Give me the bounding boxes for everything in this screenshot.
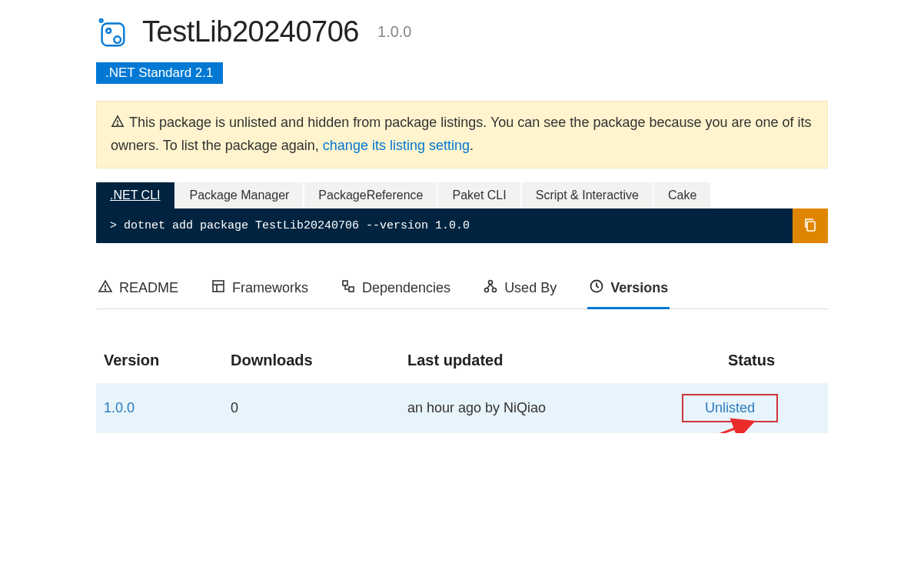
versions-icon (589, 278, 604, 298)
col-version: Version (96, 352, 223, 383)
svg-point-3 (100, 18, 103, 22)
tab-versions[interactable]: Versions (587, 274, 670, 309)
install-command-text[interactable]: > dotnet add package TestLib20240706 --v… (96, 208, 793, 243)
section-tabs: README Frameworks Dependencies Used By V… (96, 274, 828, 309)
tab-readme-label: README (119, 280, 178, 296)
tab-dependencies[interactable]: Dependencies (339, 274, 452, 309)
col-status: Status (674, 352, 828, 383)
copy-command-button[interactable] (793, 208, 828, 243)
cmd-tab-paket[interactable]: Paket CLI (438, 182, 520, 208)
svg-point-5 (117, 124, 118, 125)
tab-dependencies-label: Dependencies (362, 280, 450, 296)
table-header-row: Version Downloads Last updated Status (96, 352, 828, 383)
downloads-cell: 0 (223, 383, 400, 433)
framework-badge[interactable]: .NET Standard 2.1 (96, 62, 223, 84)
dependencies-icon (341, 278, 356, 298)
install-command-pane: > dotnet add package TestLib20240706 --v… (96, 208, 828, 243)
tab-readme[interactable]: README (96, 274, 180, 309)
svg-point-8 (105, 289, 105, 290)
package-icon (96, 16, 128, 48)
listing-setting-link[interactable]: change its listing setting (323, 138, 470, 153)
status-badge[interactable]: Unlisted (682, 394, 778, 422)
cmd-tab-packageref[interactable]: PackageReference (304, 182, 437, 208)
tab-usedby-label: Used By (504, 280, 557, 296)
cmd-tab-pm[interactable]: Package Manager (176, 182, 304, 208)
framework-badges: .NET Standard 2.1 (96, 62, 828, 84)
svg-point-15 (485, 288, 489, 292)
warning-icon (111, 114, 125, 135)
install-command-tabs: .NET CLI Package Manager PackageReferenc… (96, 182, 828, 208)
versions-table: Version Downloads Last updated Status 1.… (96, 352, 828, 433)
svg-point-14 (489, 280, 493, 284)
cmd-tab-script[interactable]: Script & Interactive (522, 182, 653, 208)
package-version: 1.0.0 (377, 23, 411, 41)
package-title-row: TestLib20240706 1.0.0 (96, 15, 828, 48)
tab-frameworks-label: Frameworks (232, 280, 308, 296)
unlisted-alert: This package is unlisted and hidden from… (96, 101, 828, 168)
col-downloads: Downloads (223, 352, 400, 383)
svg-rect-6 (807, 222, 815, 231)
cmd-tab-netcli[interactable]: .NET CLI (96, 182, 174, 208)
svg-rect-9 (213, 281, 224, 292)
svg-rect-13 (349, 287, 354, 292)
cmd-tab-cake[interactable]: Cake (654, 182, 710, 208)
package-name: TestLib20240706 (142, 15, 359, 48)
frameworks-icon (211, 278, 226, 298)
usedby-icon (483, 278, 498, 298)
col-updated: Last updated (400, 352, 674, 383)
warning-triangle-icon (98, 278, 113, 298)
svg-point-16 (493, 288, 497, 292)
tab-usedby[interactable]: Used By (481, 274, 558, 309)
copy-icon (803, 217, 818, 235)
updated-cell: an hour ago by NiQiao (400, 383, 674, 433)
table-row[interactable]: 1.0.0 0 an hour ago by NiQiao Unlisted (96, 383, 828, 433)
svg-point-2 (114, 36, 121, 43)
tab-versions-label: Versions (610, 280, 668, 296)
version-link[interactable]: 1.0.0 (104, 400, 135, 415)
svg-rect-12 (343, 281, 347, 285)
svg-point-1 (106, 28, 111, 33)
alert-text-suffix: . (470, 138, 474, 153)
tab-frameworks[interactable]: Frameworks (209, 274, 310, 309)
